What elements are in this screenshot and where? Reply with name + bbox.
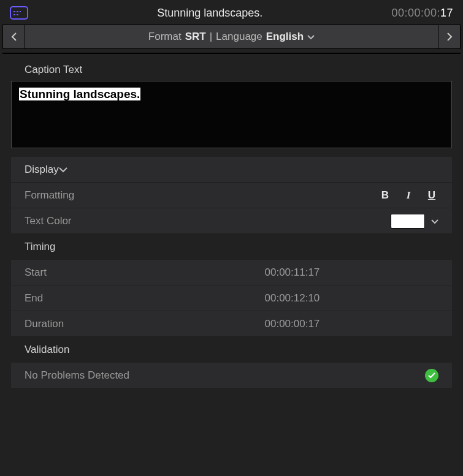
validation-section-label: Validation [25,344,265,356]
header-timecode-prefix: 00:00:00: [391,7,440,19]
display-group: Formatting B I U Text Color Timing Start… [11,183,452,388]
start-row: Start 00:00:11:17 [11,260,452,285]
caption-text-section-label: Caption Text [0,60,463,81]
formatting-row: Formatting B I U [11,183,452,208]
format-language-nav: Format SRT | Language English [2,25,461,49]
header-timecode-frames: 17 [440,7,453,19]
end-row: End 00:00:12:10 [11,285,452,311]
text-color-swatch[interactable] [391,214,425,229]
format-language-selector[interactable]: Format SRT | Language English [25,25,438,48]
chevron-down-icon [59,164,67,176]
caption-icon [10,6,28,20]
format-value: SRT [185,31,206,43]
duration-row: Duration 00:00:00:17 [11,311,452,337]
prev-caption-button[interactable] [3,25,25,48]
text-color-controls [265,214,439,229]
checkmark-badge-icon [425,369,438,382]
language-label: Language [216,31,262,43]
validation-section-header: Validation [11,337,452,363]
caption-inspector-panel: Stunning landscapes. 00:00:00:17 Format … [0,0,463,476]
header-timecode: 00:00:00:17 [391,7,453,20]
italic-button[interactable]: I [402,189,415,202]
language-value: English [266,31,304,43]
panel-header: Stunning landscapes. 00:00:00:17 [0,0,463,25]
panel-title: Stunning landscapes. [28,7,391,20]
timing-section-label: Timing [25,241,265,253]
chevron-down-icon [307,31,315,43]
end-label: End [25,292,265,304]
format-language-divider: | [210,31,212,43]
formatting-label: Formatting [25,189,265,202]
format-label: Format [148,31,182,43]
nav-underline [2,53,461,54]
caption-text-input[interactable]: Stunning landscapes. [11,81,452,148]
end-value[interactable]: 00:00:12:10 [265,292,439,304]
text-color-dropdown[interactable] [431,216,438,226]
display-label: Display [25,164,59,176]
chevron-right-icon [446,32,453,41]
start-value[interactable]: 00:00:11:17 [265,266,439,279]
next-caption-button[interactable] [438,25,460,48]
text-color-row: Text Color [11,208,452,234]
duration-value[interactable]: 00:00:00:17 [265,318,439,330]
timing-section-header: Timing [11,234,452,260]
chevron-left-icon [11,32,17,41]
caption-text-value: Stunning landscapes. [19,88,140,100]
bold-button[interactable]: B [378,189,392,202]
validation-status-text: No Problems Detected [25,369,425,382]
chevron-down-icon [431,219,438,224]
validation-status-row: No Problems Detected [11,363,452,388]
start-label: Start [25,266,265,279]
formatting-controls: B I U [265,189,439,202]
svg-rect-0 [10,7,28,19]
text-color-label: Text Color [25,215,265,227]
duration-label: Duration [25,318,265,330]
display-disclosure-row[interactable]: Display [11,157,452,183]
underline-button[interactable]: U [425,189,438,202]
